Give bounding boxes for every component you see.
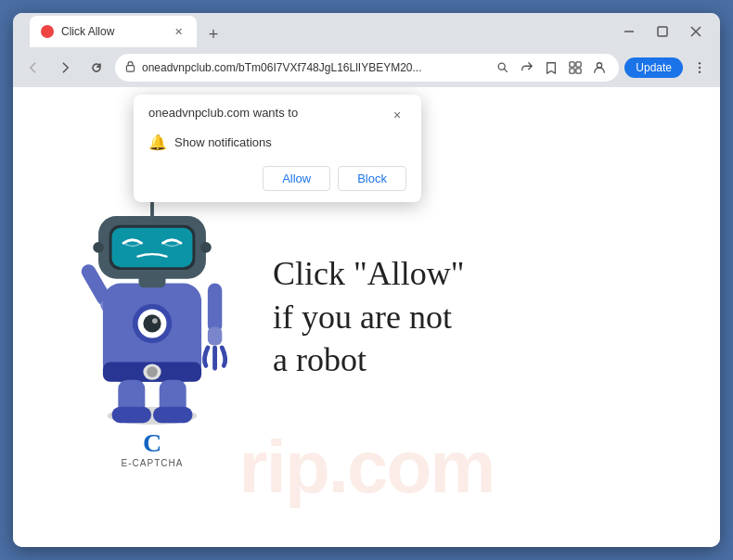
browser-window: Click Allow ✕ + xyxy=(13,13,720,547)
menu-button[interactable] xyxy=(687,55,713,81)
captcha-label: C E-CAPTCHA xyxy=(122,430,184,468)
bookmark-icon[interactable] xyxy=(541,57,561,78)
share-icon[interactable] xyxy=(517,57,537,78)
svg-point-14 xyxy=(699,71,701,73)
maximize-button[interactable] xyxy=(649,19,675,45)
new-tab-button[interactable]: + xyxy=(200,21,226,47)
toolbar-right: Update xyxy=(624,55,713,81)
captcha-text: E-CAPTCHA xyxy=(122,458,184,468)
svg-rect-20 xyxy=(208,326,222,344)
allow-button[interactable]: Allow xyxy=(263,166,330,191)
main-text-line3: a robot xyxy=(273,338,464,382)
svg-point-24 xyxy=(147,366,158,377)
page-content: rip.com xyxy=(13,87,720,547)
popup-buttons: Allow Block xyxy=(148,166,406,191)
svg-rect-9 xyxy=(570,69,574,73)
minimize-button[interactable] xyxy=(616,19,642,45)
svg-rect-1 xyxy=(658,27,667,36)
tab-title: Click Allow xyxy=(61,25,163,38)
captcha-c: C xyxy=(143,430,161,456)
popup-header: oneadvnpclub.com wants to × xyxy=(148,106,406,124)
svg-point-27 xyxy=(143,314,161,332)
popup-notification-row: 🔔 Show notifications xyxy=(148,134,406,151)
svg-rect-7 xyxy=(570,62,574,67)
bell-icon: 🔔 xyxy=(148,134,167,151)
svg-rect-10 xyxy=(576,69,581,73)
popup-title: oneadvnpclub.com wants to xyxy=(148,106,298,120)
lock-icon xyxy=(124,60,136,75)
svg-line-6 xyxy=(505,69,508,71)
update-button[interactable]: Update xyxy=(624,57,683,78)
address-bar[interactable]: oneadvnpclub.com/bTm06I7VXf748JgL16LlIYB… xyxy=(115,54,619,82)
robot-container: C E-CAPTCHA xyxy=(50,167,254,468)
title-bar: Click Allow ✕ + xyxy=(13,13,720,50)
svg-point-40 xyxy=(200,242,212,253)
svg-point-11 xyxy=(598,63,602,68)
svg-rect-31 xyxy=(112,406,151,422)
popup-close-button[interactable]: × xyxy=(388,106,406,124)
block-button[interactable]: Block xyxy=(338,166,406,191)
notification-popup: oneadvnpclub.com wants to × 🔔 Show notif… xyxy=(134,95,421,202)
profile-icon[interactable] xyxy=(589,57,610,78)
svg-rect-8 xyxy=(576,62,581,67)
title-bar-right xyxy=(616,19,713,45)
main-text-line1: Click "Allow" xyxy=(273,252,464,296)
svg-point-13 xyxy=(699,67,701,69)
page-main-text: Click "Allow" if you are not a robot xyxy=(273,252,464,382)
back-button[interactable] xyxy=(20,55,46,81)
tab-favicon xyxy=(41,25,54,38)
svg-point-28 xyxy=(152,318,158,324)
svg-rect-4 xyxy=(126,66,134,72)
address-bar-row: oneadvnpclub.com/bTm06I7VXf748JgL16LlIYB… xyxy=(13,50,720,87)
tabs-area: Click Allow ✕ + xyxy=(26,16,611,47)
tab-close-button[interactable]: ✕ xyxy=(171,24,186,39)
main-text-line2: if you are not xyxy=(273,296,464,339)
refresh-button[interactable] xyxy=(84,55,109,81)
address-icons xyxy=(493,57,610,78)
url-text: oneadvnpclub.com/bTm06I7VXf748JgL16LlIYB… xyxy=(142,61,487,74)
svg-point-39 xyxy=(93,242,104,253)
svg-rect-32 xyxy=(153,406,192,422)
svg-rect-19 xyxy=(208,283,222,332)
close-button[interactable] xyxy=(683,19,709,45)
popup-notification-text: Show notifications xyxy=(174,135,272,149)
search-icon[interactable] xyxy=(493,57,513,78)
forward-button[interactable] xyxy=(52,55,78,81)
svg-rect-36 xyxy=(112,227,193,266)
extensions-icon[interactable] xyxy=(565,57,585,78)
active-tab[interactable]: Click Allow ✕ xyxy=(30,16,197,47)
svg-point-12 xyxy=(699,62,701,64)
robot-illustration xyxy=(59,167,245,426)
